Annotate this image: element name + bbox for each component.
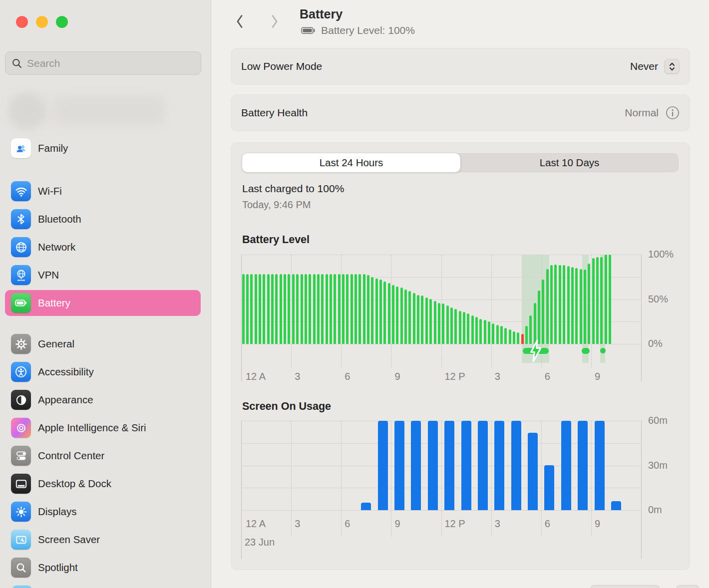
search-input[interactable] xyxy=(27,57,195,69)
battery-level-bar xyxy=(404,290,407,344)
up-down-chevrons-icon xyxy=(668,61,676,72)
next-section-button-partial[interactable] xyxy=(591,585,660,588)
battery-level-bar xyxy=(592,258,595,344)
minimize-window-button[interactable] xyxy=(36,16,48,28)
x-axis-label: 3 xyxy=(295,518,300,530)
window-controls xyxy=(16,16,68,28)
sidebar-item-label: Battery xyxy=(38,297,70,309)
gridline-vertical-dashed xyxy=(591,421,592,537)
x-axis-label: 6 xyxy=(545,518,550,530)
battery-level-bar xyxy=(246,274,249,344)
axis-border-right xyxy=(641,421,642,559)
forward-button[interactable] xyxy=(267,12,282,31)
sidebar-item-desktop-dock[interactable]: Desktop & Dock xyxy=(5,471,201,497)
apple-account-row-blurred[interactable] xyxy=(7,91,167,131)
battery-level-bar xyxy=(575,268,578,344)
screen-on-bar xyxy=(444,421,454,510)
low-power-mode-popup-button[interactable] xyxy=(664,59,680,74)
back-button[interactable] xyxy=(232,12,247,31)
y-axis-label: 50% xyxy=(648,294,668,305)
gridline-vertical-dashed xyxy=(291,255,292,367)
battery-level-bar xyxy=(250,274,253,344)
y-axis-label: 0m xyxy=(648,504,662,516)
battery-level-bar xyxy=(383,282,386,344)
battery-level-bar xyxy=(392,285,394,344)
battery-level-bar xyxy=(580,269,582,344)
sidebar-item-general[interactable]: General xyxy=(5,331,201,357)
battery-level-bar xyxy=(296,274,299,344)
screen-on-bar xyxy=(511,421,521,510)
low-power-mode-value: Never xyxy=(630,60,658,72)
screen-on-bar xyxy=(478,421,488,510)
battery-level-bar xyxy=(584,270,586,344)
battery-level-bar xyxy=(413,293,415,344)
sidebar-item-label: Control Center xyxy=(38,450,104,462)
sidebar-item-battery[interactable]: Battery xyxy=(5,290,201,316)
battery-level-bar xyxy=(479,319,482,344)
sidebar-item-wifi[interactable]: Wi-Fi xyxy=(5,178,201,204)
x-axis-label: 3 xyxy=(495,371,500,382)
battery-health-value: Normal xyxy=(625,107,659,119)
sidebar-item-label: Bluetooth xyxy=(38,213,81,225)
battery-level-bar xyxy=(284,274,286,344)
battery-level-bar xyxy=(358,274,361,344)
gridline-vertical-dashed xyxy=(491,421,492,537)
sidebar-item-displays[interactable]: Displays xyxy=(5,499,201,525)
battery-level-bar xyxy=(375,279,378,344)
battery-pane: Battery Battery Level: 100% Low Power Mo… xyxy=(211,0,709,588)
x-axis-label: 9 xyxy=(394,518,400,530)
sidebar-item-label: Spotlight xyxy=(38,562,78,574)
sidebar-item-apple-intelligence-siri[interactable]: Apple Intelligence & Siri xyxy=(5,415,201,441)
battery-level-chart-title: Battery Level xyxy=(242,234,310,246)
battery-health-info-button[interactable] xyxy=(666,106,680,120)
screen-on-bar xyxy=(528,433,538,510)
screen-on-bar xyxy=(411,421,421,510)
battery-level-bar xyxy=(396,287,398,344)
screen-on-bar xyxy=(428,421,438,510)
tab-last-10-days[interactable]: Last 10 Days xyxy=(460,153,679,172)
x-axis-label: 9 xyxy=(595,518,600,530)
sidebar-item-family[interactable]: Family xyxy=(5,135,201,161)
sidebar-item-network[interactable]: Network xyxy=(5,234,201,260)
battery-level-bar xyxy=(454,309,457,344)
battery-level-bar xyxy=(421,295,423,344)
battery-level-bar xyxy=(559,265,561,344)
sidebar-item-screen-saver[interactable]: Screen Saver xyxy=(5,527,201,553)
appearance-icon xyxy=(11,390,31,410)
sidebar-item-label: Accessibility xyxy=(38,366,94,378)
battery-level-bar xyxy=(275,274,278,344)
y-axis-label: 100% xyxy=(648,249,674,260)
x-axis-date-label: 23 Jun xyxy=(245,537,275,548)
battery-health-label: Battery Health xyxy=(241,107,308,119)
zoom-window-button[interactable] xyxy=(56,16,68,28)
close-window-button[interactable] xyxy=(16,16,28,28)
battery-level-bar xyxy=(267,274,270,344)
sidebar-next-item-partial-icon[interactable] xyxy=(12,586,32,588)
battery-level-bar xyxy=(354,274,357,344)
battery-level-bar xyxy=(259,274,261,344)
battery-level-bar xyxy=(484,320,486,344)
sidebar-item-vpn[interactable]: VPN xyxy=(5,262,201,288)
sun-icon xyxy=(11,502,31,522)
sidebar-item-accessibility[interactable]: Accessibility xyxy=(5,359,201,385)
sidebar-item-appearance[interactable]: Appearance xyxy=(5,387,201,413)
battery-level-bar xyxy=(588,264,590,344)
gridline-vertical-dashed xyxy=(291,421,292,537)
x-axis-label: 6 xyxy=(345,518,350,530)
battery-level-bar xyxy=(400,288,403,344)
battery-level-bar xyxy=(363,274,365,344)
sidebar-item-spotlight[interactable]: Spotlight xyxy=(5,555,201,581)
tab-last-24-hours[interactable]: Last 24 Hours xyxy=(242,153,460,172)
sidebar-item-control-center[interactable]: Control Center xyxy=(5,443,201,469)
battery-level-bar xyxy=(605,255,607,344)
x-axis-label: 12 P xyxy=(445,371,465,382)
wifi-icon xyxy=(11,181,31,201)
battery-level-bar xyxy=(255,274,257,344)
battery-level-bar xyxy=(417,295,419,344)
battery-level-bar xyxy=(292,274,295,344)
sidebar-item-bluetooth[interactable]: Bluetooth xyxy=(5,206,201,232)
next-section-control-partial[interactable] xyxy=(677,585,699,588)
info-icon xyxy=(666,106,680,120)
sidebar-item-label: Network xyxy=(38,241,75,253)
account-name-blurred xyxy=(53,95,165,126)
